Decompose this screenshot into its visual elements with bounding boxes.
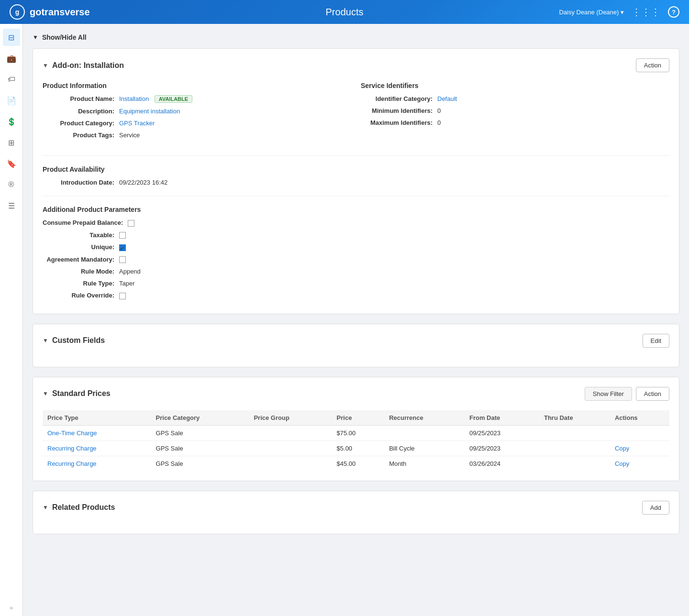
product-name-value: Installation AVAILABLE (119, 95, 351, 103)
price-type-cell: Recurring Charge (43, 456, 151, 471)
identifier-category-value: Default (437, 95, 669, 102)
registered-icon: ® (9, 180, 14, 189)
show-hide-label: Show/Hide All (42, 33, 87, 41)
copy-link-2[interactable]: Copy (615, 460, 629, 467)
product-category-value: GPS Tracker (119, 120, 351, 127)
rule-override-checkbox[interactable] (119, 293, 126, 299)
sidebar-item-dashboard[interactable]: ⊟ (3, 29, 20, 46)
product-category-link[interactable]: GPS Tracker (119, 120, 155, 127)
product-name-link[interactable]: Installation (119, 95, 149, 102)
addon-action-button[interactable]: Action (636, 58, 669, 72)
price-category-cell: GPS Sale (151, 456, 249, 471)
thru-date-cell (539, 425, 610, 440)
rule-type-label: Rule Type: (43, 280, 119, 287)
product-info-grid: Product Information Product Name: Instal… (43, 82, 669, 143)
show-filter-button[interactable]: Show Filter (585, 387, 632, 401)
standard-prices-header: ▼ Standard Prices Show Filter Action (43, 387, 669, 401)
recurrence-cell: Bill Cycle (384, 440, 465, 456)
consume-prepaid-value (128, 219, 669, 227)
taxable-checkbox[interactable] (119, 232, 126, 239)
rule-override-value (119, 292, 669, 299)
sidebar-item-list[interactable]: ☰ (3, 197, 20, 214)
price-cell: $45.00 (332, 456, 385, 471)
product-tags-row: Product Tags: Service (43, 132, 351, 139)
copy-link-1[interactable]: Copy (615, 445, 629, 452)
sidebar-item-tag2[interactable]: 🔖 (3, 155, 20, 172)
list-icon: ☰ (8, 201, 15, 210)
user-menu[interactable]: Daisy Deane (Deane) ▾ (559, 9, 624, 16)
from-date-cell: 03/26/2024 (465, 456, 539, 471)
tag2-icon: 🔖 (7, 159, 16, 168)
additional-params-title: Additional Product Parameters (43, 206, 669, 213)
unique-checkbox[interactable]: ✓ (119, 244, 126, 251)
brand-name: gotransverse (30, 7, 90, 18)
standard-prices-title: ▼ Standard Prices (43, 389, 111, 398)
description-label: Description: (43, 108, 119, 115)
related-products-add-button[interactable]: Add (642, 501, 669, 515)
table-row: One-Time Charge GPS Sale $75.00 09/25/20… (43, 425, 669, 440)
price-type-link-2[interactable]: Recurring Charge (47, 445, 97, 452)
navbar-right: Daisy Deane (Deane) ▾ ⋮⋮⋮ ? (559, 6, 679, 18)
briefcase-icon: 💼 (7, 54, 16, 63)
price-type-link-1[interactable]: One-Time Charge (47, 429, 97, 437)
help-icon[interactable]: ? (668, 6, 679, 18)
taxable-value (119, 231, 669, 239)
rule-type-value: Taper (119, 280, 669, 287)
custom-fields-edit-button[interactable]: Edit (643, 334, 669, 348)
consume-prepaid-checkbox[interactable] (128, 220, 134, 227)
sidebar-expand-button[interactable]: » (10, 605, 13, 611)
sidebar-item-briefcase[interactable]: 💼 (3, 50, 20, 67)
brand-logo[interactable]: g gotransverse (10, 4, 90, 20)
related-products-section: ▼ Related Products Add (33, 491, 679, 534)
from-date-cell: 09/25/2023 (465, 425, 539, 440)
rule-override-row: Rule Override: (43, 292, 669, 299)
related-products-title-text: Related Products (52, 503, 115, 512)
thru-date-cell (539, 440, 610, 456)
table-header-row: Price Type Price Category Price Group Pr… (43, 410, 669, 426)
document-icon: 📄 (7, 96, 16, 105)
unique-label: Unique: (43, 243, 119, 251)
min-identifiers-label: Minimum Identifiers: (361, 107, 437, 114)
custom-fields-header: ▼ Custom Fields Edit (43, 334, 669, 348)
col-actions: Actions (610, 410, 669, 426)
description-link[interactable]: Equipment installation (119, 108, 180, 115)
price-type-link-3[interactable]: Recurring Charge (47, 460, 97, 467)
col-from-date: From Date (465, 410, 539, 426)
sidebar-item-document[interactable]: 📄 (3, 92, 20, 109)
sidebar-item-tag[interactable]: 🏷 (3, 71, 20, 88)
actions-cell (610, 425, 669, 440)
introduction-date-value: 09/22/2023 16:42 (119, 179, 669, 186)
addon-section-header: ▼ Add-on: Installation Action (43, 58, 669, 72)
table-header: Price Type Price Category Price Group Pr… (43, 410, 669, 426)
related-products-arrow-icon: ▼ (43, 504, 48, 511)
standard-prices-arrow-icon: ▼ (43, 390, 48, 397)
sidebar-item-dollar[interactable]: 💲 (3, 113, 20, 130)
table-body: One-Time Charge GPS Sale $75.00 09/25/20… (43, 425, 669, 471)
custom-fields-title: ▼ Custom Fields (43, 336, 105, 345)
sidebar-item-grid[interactable]: ⊞ (3, 134, 20, 151)
agreement-mandatory-checkbox[interactable] (119, 256, 126, 263)
apps-icon[interactable]: ⋮⋮⋮ (632, 6, 660, 18)
price-cell: $75.00 (332, 425, 385, 440)
available-badge: AVAILABLE (155, 95, 192, 103)
price-group-cell (249, 440, 332, 456)
recurrence-cell (384, 425, 465, 440)
standard-prices-title-text: Standard Prices (52, 389, 111, 398)
identifier-category-link[interactable]: Default (437, 95, 457, 102)
price-type-cell: Recurring Charge (43, 440, 151, 456)
introduction-date-label: Introduction Date: (43, 179, 119, 186)
standard-prices-action-button[interactable]: Action (636, 387, 669, 401)
price-category-cell: GPS Sale (151, 440, 249, 456)
actions-cell: Copy (610, 440, 669, 456)
table-row: Recurring Charge GPS Sale $5.00 Bill Cyc… (43, 440, 669, 456)
min-identifiers-row: Minimum Identifiers: 0 (361, 107, 669, 114)
show-hide-all-toggle[interactable]: ▼ Show/Hide All (33, 33, 679, 41)
description-row: Description: Equipment installation (43, 108, 351, 115)
divider-2 (43, 196, 669, 196)
sidebar-item-registered[interactable]: ® (3, 176, 20, 193)
divider-1 (43, 155, 669, 156)
standard-prices-section: ▼ Standard Prices Show Filter Action Pri… (33, 377, 679, 481)
thru-date-cell (539, 456, 610, 471)
logo-icon: g (10, 4, 25, 20)
identifier-category-label: Identifier Category: (361, 95, 437, 102)
